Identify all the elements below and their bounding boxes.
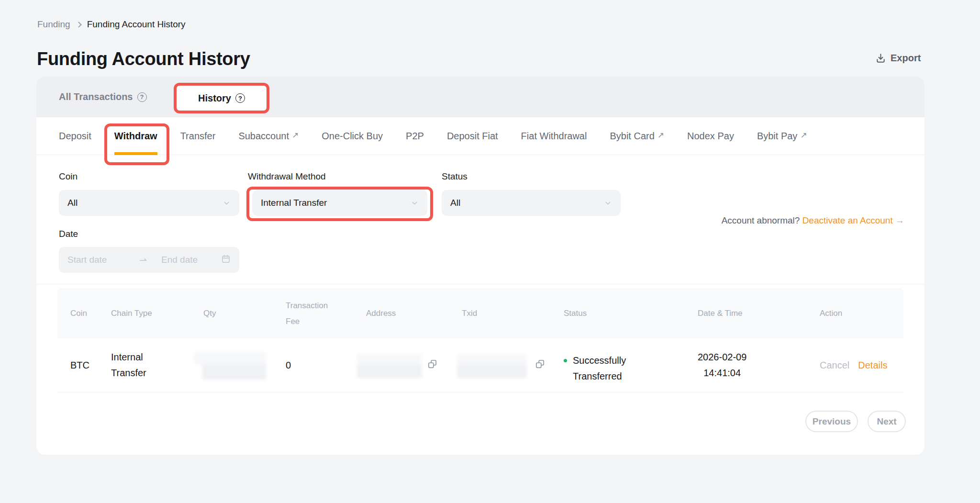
cell-date-time: 2026-02-09 14:41:04	[698, 338, 746, 392]
subtab-label: Transfer	[180, 131, 216, 142]
subtab-label: Nodex Pay	[687, 131, 734, 142]
cancel-action[interactable]: Cancel	[820, 360, 849, 371]
breadcrumb: Funding Funding Account History	[37, 19, 186, 30]
address-redacted-value	[357, 364, 422, 378]
copy-txid-icon[interactable]	[535, 358, 546, 372]
deactivate-account-link[interactable]: Deactivate an Account	[802, 215, 893, 225]
cell-coin: BTC	[70, 338, 89, 392]
subtab-deposit-fiat[interactable]: Deposit Fiat	[447, 117, 498, 155]
subtab-label: Fiat Withdrawal	[521, 131, 587, 142]
details-action[interactable]: Details	[858, 360, 887, 371]
col-header-date-time: Date & Time	[698, 288, 743, 338]
active-tab-underline	[114, 152, 157, 155]
table-row: BTC Internal Transfer 0 Success	[57, 338, 903, 392]
subtab-nodex-pay[interactable]: Nodex Pay	[687, 117, 734, 155]
next-page-button[interactable]: Next	[868, 411, 906, 432]
help-icon[interactable]: ?	[137, 92, 147, 102]
divider	[36, 284, 924, 284]
status-select-value: All	[450, 198, 604, 208]
subtab-label: One-Click Buy	[322, 131, 383, 142]
start-date-placeholder: Start date	[67, 255, 139, 265]
funding-account-history-page: Funding Funding Account History Funding …	[0, 0, 980, 503]
txid-redacted-value	[457, 354, 527, 365]
chevron-right-icon	[76, 22, 82, 28]
tx-date: 2026-02-09	[698, 349, 746, 365]
col-header-action: Action	[820, 288, 842, 338]
tab-strip: All Transactions ? History ?	[36, 77, 924, 117]
breadcrumb-current: Funding Account History	[87, 19, 186, 30]
copy-address-icon[interactable]	[427, 358, 438, 372]
chevron-down-icon	[604, 199, 612, 207]
coin-select-value: All	[67, 198, 223, 208]
tab-all-transactions-label: All Transactions	[59, 91, 133, 102]
subtab-label: Bybit Pay	[757, 131, 797, 142]
subtab-transfer[interactable]: Transfer	[180, 117, 216, 155]
subtab-label: Subaccount	[238, 131, 289, 142]
breadcrumb-funding-link[interactable]: Funding	[37, 19, 70, 30]
qty-redacted-value	[202, 364, 266, 380]
subtab-one-click-buy[interactable]: One-Click Buy	[322, 117, 383, 155]
tab-history[interactable]: History ?	[174, 83, 269, 113]
subtab-label: Bybit Card	[610, 131, 654, 142]
col-header-txid: Txid	[462, 288, 477, 338]
date-range-arrow-icon: ⇀	[139, 255, 161, 266]
previous-page-button[interactable]: Previous	[805, 411, 858, 432]
date-range-input[interactable]: Start date ⇀ End date	[59, 247, 239, 273]
external-link-icon: ↗	[292, 130, 299, 140]
annotation-box-withdraw	[104, 123, 169, 165]
arrow-right-icon: →	[895, 215, 904, 225]
tab-history-label: History	[198, 93, 231, 104]
subtab-label: Withdraw	[114, 131, 157, 142]
subtab-label: P2P	[406, 131, 424, 142]
end-date-placeholder: End date	[161, 255, 221, 265]
chevron-down-icon	[411, 199, 419, 207]
external-link-icon: ↗	[800, 130, 807, 140]
col-header-qty: Qty	[203, 288, 216, 338]
coin-select[interactable]: All	[59, 190, 239, 216]
subtab-bybit-card[interactable]: Bybit Card↗	[610, 117, 664, 155]
date-filter-label: Date	[59, 229, 78, 239]
status-success-dot-icon	[564, 359, 567, 362]
status-select[interactable]: All	[442, 190, 621, 216]
tx-time: 14:41:04	[703, 365, 741, 381]
help-icon[interactable]: ?	[235, 93, 245, 103]
account-abnormal-notice: Account abnormal? Deactivate an Account …	[694, 215, 904, 226]
calendar-icon	[221, 254, 231, 266]
withdrawal-method-label: Withdrawal Method	[248, 171, 326, 182]
subtab-label: Deposit	[59, 131, 91, 142]
status-filter-label: Status	[442, 171, 468, 182]
col-header-transaction-fee: Transaction Fee	[286, 288, 339, 338]
cell-transaction-fee: 0	[286, 338, 291, 392]
subtab-bybit-pay[interactable]: Bybit Pay↗	[757, 117, 807, 155]
subtab-subaccount[interactable]: Subaccount↗	[238, 117, 299, 155]
tab-all-transactions[interactable]: All Transactions ?	[59, 77, 147, 117]
table-header-row: Coin Chain Type Qty Transaction Fee Addr…	[57, 288, 903, 338]
subtab-p2p[interactable]: P2P	[406, 117, 424, 155]
history-table: Coin Chain Type Qty Transaction Fee Addr…	[57, 288, 903, 392]
cell-status: Successfully Transferred	[564, 338, 647, 392]
export-button[interactable]: Export	[875, 53, 921, 64]
address-redacted-value	[357, 354, 422, 365]
col-header-chain-type: Chain Type	[111, 288, 152, 338]
qty-redacted-value	[194, 352, 266, 365]
subtab-withdraw[interactable]: Withdraw	[114, 117, 157, 155]
status-text: Successfully Transferred	[573, 353, 647, 384]
col-header-coin: Coin	[70, 288, 87, 338]
page-title: Funding Account History	[37, 49, 250, 69]
subtab-deposit[interactable]: Deposit	[59, 117, 91, 155]
external-link-icon: ↗	[657, 130, 664, 140]
col-header-status: Status	[564, 288, 587, 338]
abnormal-text: Account abnormal?	[722, 215, 800, 225]
subtab-label: Deposit Fiat	[447, 131, 498, 142]
col-header-address: Address	[366, 288, 396, 338]
subtab-fiat-withdrawal[interactable]: Fiat Withdrawal	[521, 117, 587, 155]
export-label: Export	[891, 53, 921, 64]
cell-chain-type: Internal Transfer	[111, 338, 159, 392]
withdrawal-method-value: Internal Transfer	[261, 198, 411, 208]
chevron-down-icon	[223, 199, 231, 207]
subtab-bar: Deposit Withdraw Transfer Subaccount↗ On…	[36, 117, 924, 155]
withdrawal-method-select[interactable]: Internal Transfer	[252, 190, 427, 216]
coin-filter-label: Coin	[59, 171, 78, 182]
pagination: Previous Next	[805, 411, 906, 432]
cell-action: Cancel Details	[820, 338, 887, 392]
